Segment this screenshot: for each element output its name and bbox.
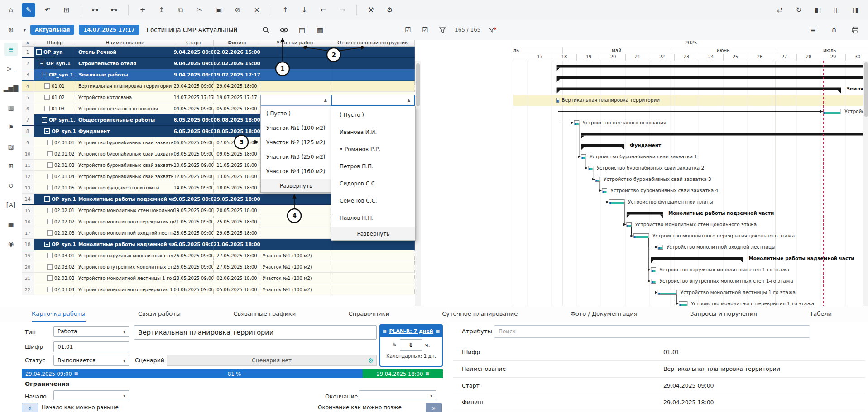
- scenario-gear-icon[interactable]: ⚙: [368, 357, 374, 364]
- gantt-task-bar[interactable]: [627, 223, 632, 227]
- refresh-icon[interactable]: ↻: [792, 3, 806, 17]
- calculator-icon[interactable]: ⊞: [60, 3, 73, 17]
- check-all-icon[interactable]: ☑: [418, 23, 432, 37]
- gantt-task-bar[interactable]: [651, 279, 656, 284]
- move-down-icon[interactable]: ↓: [297, 3, 311, 17]
- task-checkbox[interactable]: [47, 162, 53, 168]
- collapse-box-icon[interactable]: −: [42, 117, 47, 123]
- type-select[interactable]: Работа▾: [53, 326, 129, 337]
- progress-bar[interactable]: 29.04.2025 09:00 ▦ 29.04.2025 18:00 ▦ 81…: [22, 369, 443, 378]
- dropdown-expand-option[interactable]: Развернуть: [261, 179, 331, 192]
- status-select[interactable]: Выполняется▾: [53, 355, 129, 366]
- eye-columns-icon[interactable]: [277, 23, 291, 37]
- clear-filter-icon[interactable]: [486, 23, 499, 37]
- sidebar-database-icon[interactable]: ⊜: [4, 179, 18, 192]
- dropdown-option[interactable]: ( Пусто ): [331, 106, 415, 123]
- gantt-summary-bar[interactable]: [651, 257, 743, 263]
- column-header[interactable]: Финиш: [214, 40, 260, 47]
- attributes-search-input[interactable]: [494, 325, 810, 338]
- sidebar-modules-icon[interactable]: ⊞: [4, 159, 18, 173]
- constraint-finish-select[interactable]: ▾: [359, 390, 436, 400]
- check-tasks-icon[interactable]: ☑: [401, 23, 415, 37]
- work-areas-combobox[interactable]: ▲: [260, 95, 331, 106]
- move-up-icon[interactable]: ↑: [278, 3, 292, 17]
- table-row[interactable]: 2102.03.03Устройство монолитной лестницы…: [22, 273, 421, 284]
- task-checkbox[interactable]: [47, 264, 53, 270]
- tools-wrench-icon[interactable]: ⚒: [364, 3, 378, 17]
- eraser-icon[interactable]: ⊘: [231, 3, 245, 17]
- fit-width-icon[interactable]: ⇄: [773, 3, 786, 17]
- column-header[interactable]: Наименование: [76, 40, 174, 47]
- collapse-box-icon[interactable]: −: [44, 128, 50, 134]
- task-checkbox[interactable]: [47, 140, 53, 145]
- task-checkbox[interactable]: [47, 287, 53, 292]
- column-header[interactable]: Шифр: [34, 40, 76, 47]
- gantt-summary-bar[interactable]: [627, 212, 663, 218]
- edit-pencil-icon[interactable]: ✎: [22, 3, 35, 17]
- task-checkbox[interactable]: [47, 151, 53, 156]
- gantt-task-bar[interactable]: [602, 189, 607, 193]
- paste-icon[interactable]: ▣: [212, 3, 225, 17]
- table-scrollbar-thumb[interactable]: [416, 63, 420, 106]
- sidebar-console-icon[interactable]: >_: [4, 62, 18, 76]
- dropdown-option[interactable]: Участок №1 (100 м2): [261, 121, 331, 135]
- collapse-box-icon[interactable]: −: [44, 242, 50, 247]
- globe-icon[interactable]: ⊕: [4, 23, 18, 37]
- project-caret-icon[interactable]: ▾: [24, 28, 26, 33]
- gantt-summary-bar[interactable]: [557, 65, 868, 71]
- dropdown-option[interactable]: Участок №4 (160 м2): [261, 164, 331, 179]
- gantt-scrollbar[interactable]: [863, 61, 868, 306]
- gantt-task-bar[interactable]: [658, 245, 663, 250]
- gantt-task-bar[interactable]: [679, 302, 687, 306]
- gantt-task-bar[interactable]: [633, 234, 649, 238]
- gantt-task-bar[interactable]: [651, 268, 656, 272]
- constraint-start-select[interactable]: ▾: [53, 390, 129, 400]
- gantt-task-bar[interactable]: [581, 155, 586, 159]
- collapse-panel-button[interactable]: «: [22, 40, 34, 47]
- sidebar-calendar-icon[interactable]: ▦: [4, 218, 18, 231]
- layout-split-icon[interactable]: ◫: [830, 3, 844, 17]
- table-row[interactable]: 2202.03.04Устройство монолитного перекры…: [22, 284, 421, 295]
- cut-icon[interactable]: ✂: [193, 3, 206, 17]
- delete-icon[interactable]: ×: [250, 3, 264, 17]
- detail-tab-8[interactable]: Табели: [810, 306, 832, 322]
- detail-tab-3[interactable]: Связанные графики: [233, 306, 296, 322]
- task-checkbox[interactable]: [47, 275, 53, 281]
- collapse-box-icon[interactable]: −: [36, 49, 42, 55]
- sidebar-watch-icon[interactable]: ◉: [4, 237, 18, 251]
- version-date-badge[interactable]: 14.07.2025 17:17: [79, 25, 139, 35]
- filter-icon[interactable]: [436, 23, 449, 37]
- plan-badge-label[interactable]: PLAN-R: 7 дней: [389, 328, 433, 334]
- task-checkbox[interactable]: [47, 208, 53, 213]
- hours-input[interactable]: [400, 339, 422, 351]
- gantt-task-bar[interactable]: [609, 200, 624, 204]
- gantt-scrollbar-thumb[interactable]: [864, 62, 868, 117]
- gantt-settings-icon[interactable]: ≣: [806, 23, 820, 37]
- gantt-task-bar[interactable]: [557, 98, 559, 103]
- gantt-task-bar[interactable]: [595, 177, 600, 182]
- task-checkbox[interactable]: [47, 219, 53, 224]
- layout-right-icon[interactable]: ◨: [849, 3, 863, 17]
- gantt-task-bar[interactable]: [658, 290, 676, 295]
- dropdown-option[interactable]: • Романов Р.Р.: [331, 141, 415, 158]
- dropdown-option[interactable]: Семенов С.С.: [331, 192, 415, 209]
- task-checkbox[interactable]: [47, 185, 53, 190]
- detail-tab-7[interactable]: Запросы и поручения: [690, 306, 757, 322]
- gantt-summary-bar[interactable]: [581, 133, 868, 139]
- dropdown-option[interactable]: Петров П.П.: [331, 158, 415, 175]
- sidebar-analytics-icon[interactable]: ▂▅▇: [4, 81, 18, 95]
- dropdown-option[interactable]: Павлов П.П.: [331, 209, 415, 227]
- gantt-links-icon[interactable]: ⋔: [827, 23, 841, 37]
- gantt-task-bar[interactable]: [824, 109, 841, 114]
- collapse-box-icon[interactable]: −: [44, 196, 50, 202]
- insert-task-icon[interactable]: ↥: [155, 3, 168, 17]
- dropdown-option[interactable]: Участок №2 (125 м2): [261, 135, 331, 150]
- table-row[interactable]: 2002.03.02Устройство внутренних монолитн…: [22, 261, 421, 273]
- collapse-box-icon[interactable]: −: [39, 61, 44, 66]
- gantt-summary-bar[interactable]: [557, 76, 868, 82]
- table-row[interactable]: 18−OP_syn.1.1.Монолитные работы надземно…: [22, 239, 421, 250]
- detail-tab-1[interactable]: Карточка работы: [32, 306, 86, 322]
- code-input[interactable]: [53, 341, 129, 352]
- dropdown-option[interactable]: Сидоров С.С.: [331, 175, 415, 192]
- sidebar-text-style-icon[interactable]: [A]: [4, 198, 18, 212]
